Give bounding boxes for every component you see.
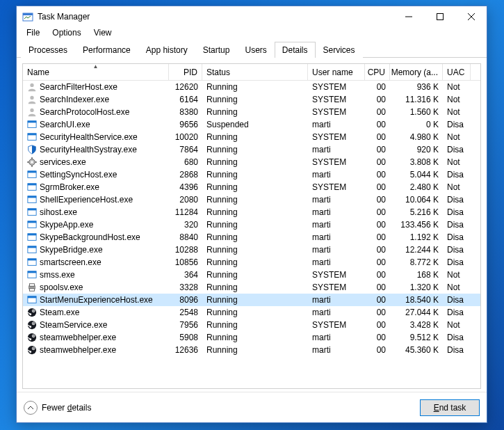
- table-row[interactable]: steamwebhelper.exe5908Runningmarti009.51…: [23, 331, 480, 344]
- cell-pid: 10288: [169, 244, 202, 255]
- svg-rect-38: [30, 284, 35, 287]
- table-row[interactable]: SecurityHealthService.exe10020RunningSYS…: [23, 131, 480, 143]
- cell-name: SearchFilterHost.exe: [23, 81, 169, 93]
- tab-services[interactable]: Services: [316, 42, 363, 58]
- table-row[interactable]: SettingSyncHost.exe2868Runningmarti005.0…: [23, 168, 480, 181]
- col-user-header[interactable]: User name: [308, 64, 365, 80]
- cell-pid: 7864: [169, 144, 202, 155]
- close-button[interactable]: [455, 6, 487, 27]
- svg-rect-3: [437, 14, 443, 20]
- app-icon: [27, 232, 37, 242]
- cell-cpu: 00: [365, 344, 390, 356]
- cell-user: SYSTEM: [308, 106, 365, 118]
- cell-pid: 8380: [169, 106, 202, 118]
- table-row[interactable]: SkypeApp.exe320Runningmarti00133.456 KDi…: [23, 218, 480, 231]
- table-row[interactable]: SkypeBridge.exe10288Runningmarti0012.244…: [23, 244, 480, 256]
- cell-uac: Not: [443, 269, 471, 280]
- footer: Fewer details End task: [17, 392, 487, 422]
- cell-name: SecurityHealthService.exe: [23, 132, 169, 143]
- svg-rect-10: [28, 121, 36, 123]
- menu-file[interactable]: File: [21, 26, 45, 39]
- titlebar[interactable]: Task Manager: [17, 6, 487, 27]
- cell-uac: Not: [443, 106, 471, 118]
- window-title: Task Manager: [38, 12, 393, 22]
- app-icon: [27, 170, 37, 180]
- cell-memory: 11.316 K: [390, 94, 443, 105]
- tab-processes[interactable]: Processes: [21, 42, 75, 58]
- cell-user: marti: [308, 207, 365, 218]
- table-row[interactable]: spoolsv.exe3328RunningSYSTEM001.320 KNot: [23, 281, 480, 294]
- table-row[interactable]: SearchIndexer.exe6164RunningSYSTEM0011.3…: [23, 93, 480, 106]
- cell-user: marti: [308, 232, 365, 243]
- cell-pid: 2868: [169, 169, 202, 180]
- table-row[interactable]: smss.exe364RunningSYSTEM00168 KNot: [23, 269, 480, 281]
- menu-view[interactable]: View: [88, 26, 117, 39]
- cell-uac: Disa: [443, 207, 471, 218]
- tab-startup[interactable]: Startup: [195, 42, 238, 58]
- app-icon: [27, 270, 37, 280]
- minimize-button[interactable]: [393, 6, 424, 27]
- svg-rect-28: [28, 221, 36, 223]
- col-status-header[interactable]: Status: [202, 64, 308, 80]
- tab-performance[interactable]: Performance: [75, 42, 138, 58]
- col-pid-header[interactable]: PID: [169, 64, 202, 80]
- cell-cpu: 00: [365, 157, 390, 168]
- cell-user: marti: [308, 307, 365, 318]
- cell-status: Running: [202, 282, 308, 293]
- cell-user: SYSTEM: [308, 319, 365, 331]
- table-row[interactable]: SecurityHealthSystray.exe7864Runningmart…: [23, 143, 480, 156]
- table-row[interactable]: services.exe680RunningSYSTEM003.808 KNot: [23, 156, 480, 168]
- cell-cpu: 00: [365, 244, 390, 255]
- cell-user: SYSTEM: [308, 94, 365, 105]
- table-row[interactable]: SearchUI.exe9656Suspendedmarti000 KDisa: [23, 118, 480, 131]
- col-uac-header[interactable]: UAC: [443, 64, 471, 80]
- app-icon: [27, 132, 37, 142]
- tab-users[interactable]: Users: [237, 42, 274, 58]
- cell-memory: 10.064 K: [390, 194, 443, 205]
- end-task-button[interactable]: End task: [420, 399, 480, 416]
- tab-apphistory[interactable]: App history: [138, 42, 195, 58]
- cell-user: SYSTEM: [308, 269, 365, 280]
- maximize-button[interactable]: [424, 6, 455, 27]
- cell-status: Running: [202, 344, 308, 356]
- app-icon: [27, 257, 37, 267]
- table-row[interactable]: Steam.exe2548Runningmarti0027.044 KDisa: [23, 306, 480, 319]
- menu-options[interactable]: Options: [47, 26, 86, 39]
- svg-rect-30: [28, 234, 36, 236]
- cell-name: steamwebhelper.exe: [23, 332, 169, 343]
- table-row[interactable]: SearchFilterHost.exe12620RunningSYSTEM00…: [23, 81, 480, 93]
- fewer-details-button[interactable]: Fewer details: [24, 401, 91, 415]
- table-row[interactable]: SgrmBroker.exe4396RunningSYSTEM002.480 K…: [23, 181, 480, 193]
- table-row[interactable]: SteamService.exe7956RunningSYSTEM003.428…: [23, 319, 480, 331]
- table-row[interactable]: StartMenuExperienceHost.exe8096Runningma…: [23, 294, 480, 306]
- table-row[interactable]: SearchProtocolHost.exe8380RunningSYSTEM0…: [23, 106, 480, 118]
- table-row[interactable]: ShellExperienceHost.exe2080Runningmarti0…: [23, 193, 480, 206]
- cell-memory: 12.244 K: [390, 244, 443, 255]
- process-rows[interactable]: SearchFilterHost.exe12620RunningSYSTEM00…: [23, 81, 480, 388]
- cell-user: SYSTEM: [308, 182, 365, 193]
- table-row[interactable]: steamwebhelper.exe12636Runningmarti0045.…: [23, 344, 480, 356]
- cell-name: services.exe: [23, 157, 169, 168]
- table-row[interactable]: sihost.exe11284Runningmarti005.216 KDisa: [23, 206, 480, 218]
- cell-cpu: 00: [365, 194, 390, 205]
- cell-uac: Not: [443, 81, 471, 93]
- table-row[interactable]: smartscreen.exe10856Runningmarti008.772 …: [23, 256, 480, 269]
- col-name-header[interactable]: Name ▲: [23, 64, 169, 80]
- process-name: SgrmBroker.exe: [40, 182, 99, 192]
- svg-point-56: [33, 348, 34, 349]
- cell-pid: 8840: [169, 232, 202, 243]
- cell-status: Running: [202, 207, 308, 218]
- cell-status: Running: [202, 269, 308, 280]
- cell-memory: 3.808 K: [390, 157, 443, 168]
- cell-uac: Not: [443, 282, 471, 293]
- cell-user: SYSTEM: [308, 157, 365, 168]
- steam-icon: [27, 345, 37, 355]
- cell-pid: 364: [169, 269, 202, 280]
- cell-memory: 1.192 K: [390, 232, 443, 243]
- col-mem-header[interactable]: Memory (a...: [390, 64, 443, 80]
- cell-status: Running: [202, 144, 308, 155]
- printer-icon: [27, 282, 37, 292]
- col-cpu-header[interactable]: CPU: [365, 64, 390, 80]
- tab-details[interactable]: Details: [275, 42, 316, 58]
- table-row[interactable]: SkypeBackgroundHost.exe8840Runningmarti0…: [23, 231, 480, 244]
